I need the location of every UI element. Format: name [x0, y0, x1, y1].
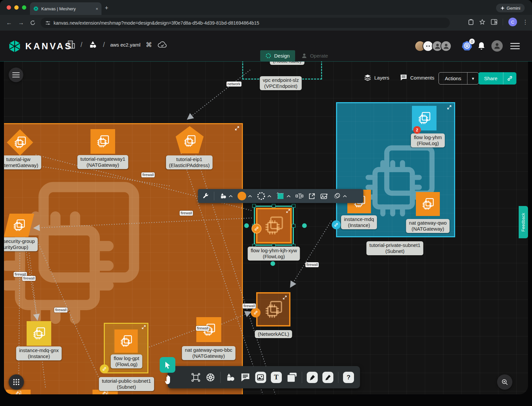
bookmark-star-icon[interactable]: [479, 19, 485, 25]
url-bar[interactable]: kanvas.new/extension/meshmap?mode=design…: [41, 18, 450, 28]
traffic-close-button[interactable]: [7, 5, 11, 10]
new-tab-button[interactable]: +: [105, 5, 108, 12]
resize-handle[interactable]: [272, 204, 275, 208]
resize-handle[interactable]: [292, 204, 295, 208]
feedback-tab[interactable]: Feedback: [519, 206, 528, 238]
node-internet-gateway[interactable]: [8, 130, 32, 154]
configure-wrench-icon[interactable]: [203, 193, 209, 199]
notifications-bell-icon[interactable]: [477, 42, 485, 50]
gemini-button[interactable]: Gemini: [496, 4, 525, 12]
node-label-nat-gateway-bbc[interactable]: nat gateway-qwo-bbc(NATGateway): [182, 346, 236, 360]
node-label-route-table[interactable]: (RouteTable): [270, 62, 304, 65]
reload-button[interactable]: [30, 20, 36, 26]
connection-handle[interactable]: [251, 308, 261, 317]
tab-operate[interactable]: Operate: [301, 53, 328, 59]
node-elastic-ip[interactable]: [176, 126, 204, 153]
node-flow-log-gpt[interactable]: [114, 329, 138, 353]
kubernetes-tool[interactable]: [205, 372, 216, 383]
node-label-internet-gateway[interactable]: tutorial-igw(InternetGateway): [4, 155, 41, 169]
node-label-private-subnet[interactable]: tutorial-private-subnet1(Subnet): [366, 241, 423, 255]
connection-handle[interactable]: [332, 220, 341, 229]
node-network-acl[interactable]: [256, 292, 290, 326]
node-partial[interactable]: [6, 390, 31, 394]
rename-icon[interactable]: [295, 193, 303, 199]
node-security-group[interactable]: [6, 213, 32, 238]
node-label-flow-log-selected[interactable]: flow log-yhm-kjh-xyw(FlowLog): [248, 247, 300, 261]
kanvas-logo-icon[interactable]: [8, 40, 21, 53]
browser-tab[interactable]: Kanvas | Meshery ×: [30, 2, 101, 15]
shapes-tool[interactable]: [225, 372, 236, 382]
pencil-tool[interactable]: [322, 372, 333, 383]
color-picker-button[interactable]: [238, 192, 252, 200]
grid-apps-button[interactable]: [9, 374, 24, 390]
help-button[interactable]: ?: [343, 372, 354, 383]
pan-tool[interactable]: [164, 374, 173, 386]
collapse-icon[interactable]: [142, 325, 146, 329]
collaborator-avatar[interactable]: [441, 41, 451, 52]
group-style-button[interactable]: [276, 192, 290, 200]
node-instance-gnx[interactable]: [27, 321, 51, 346]
node-label-instance-mdq[interactable]: instance-mdq(Instance): [341, 215, 377, 229]
select-tool[interactable]: [160, 357, 175, 373]
resize-handle[interactable]: [252, 204, 256, 208]
connection-handle[interactable]: [252, 224, 262, 234]
border-style-button[interactable]: [257, 192, 271, 200]
layers-button[interactable]: Layers: [364, 74, 389, 81]
design-canvas[interactable]: Layers Comments Actions ▼ Share (RouteTa…: [4, 62, 528, 394]
designs-icon[interactable]: [88, 40, 98, 49]
actions-button[interactable]: Actions ▼: [439, 72, 479, 85]
collapse-icon[interactable]: [235, 126, 239, 130]
node-label-vpc-endpoint[interactable]: vpc endpoint-slz(VPCEndpoint): [260, 76, 302, 90]
canvas-menu-button[interactable]: [9, 68, 23, 82]
actions-caret-icon[interactable]: ▼: [467, 77, 478, 81]
notification-count-badge[interactable]: 2: [413, 126, 421, 134]
open-in-new-icon[interactable]: [308, 193, 315, 200]
back-button[interactable]: ←: [6, 19, 12, 26]
organization-icon[interactable]: [67, 40, 75, 50]
node-label-nat-gateway-qwo[interactable]: nat gateway-qwo(NATGateway): [406, 219, 449, 233]
traffic-zoom-button[interactable]: [22, 5, 26, 10]
image-tool[interactable]: [255, 372, 266, 383]
meshsync-tool[interactable]: [191, 373, 201, 382]
node-label-security-group[interactable]: tutorial-security-group(SecurityGroup): [4, 237, 38, 251]
user-avatar-button[interactable]: [491, 40, 503, 52]
command-shortcut-icon[interactable]: ⌘: [146, 41, 152, 49]
kanvas-logo-text[interactable]: KANVAS: [25, 41, 73, 52]
forward-button[interactable]: →: [18, 19, 24, 26]
node-nat-gateway-1[interactable]: [90, 129, 115, 154]
collapse-icon[interactable]: [286, 209, 290, 213]
node-nat-gateway-qwo[interactable]: [416, 192, 440, 216]
add-image-icon[interactable]: [320, 193, 328, 200]
collapse-icon[interactable]: [283, 296, 287, 300]
pen-tool[interactable]: [307, 372, 318, 383]
node-label-flow-log-gpt[interactable]: flow log-gpt(FlowLog): [111, 354, 142, 368]
node-label-public-subnet[interactable]: tutorial-public-subnet1(Subnet): [99, 377, 154, 391]
design-file-name[interactable]: aws ec2.yaml: [110, 42, 140, 48]
node-label-flow-log-yhm[interactable]: flow log-yhm(FlowLog): [411, 133, 445, 147]
save-icon[interactable]: [468, 19, 474, 25]
traffic-minimize-button[interactable]: [14, 5, 19, 10]
collapse-icon[interactable]: [447, 105, 451, 109]
text-tool[interactable]: T: [271, 372, 282, 383]
resize-handle[interactable]: [292, 224, 295, 228]
node-label-instance-gnx[interactable]: instance-mdq-gnx(Instance): [16, 346, 62, 360]
profile-avatar[interactable]: C: [508, 18, 517, 26]
node-label-nat-gateway-1[interactable]: tutorial-natgateway1(NATGateway): [77, 155, 128, 169]
reading-mode-icon[interactable]: [491, 19, 497, 25]
zoom-button[interactable]: [497, 374, 512, 390]
share-button[interactable]: Share: [478, 72, 516, 85]
shapes-menu-button[interactable]: [219, 192, 233, 200]
k8s-context-switcher[interactable]: 0: [462, 41, 472, 52]
tab-close-icon[interactable]: ×: [95, 6, 98, 11]
node-label-network-acl[interactable]: (NetworkACL): [255, 330, 292, 338]
hamburger-menu-icon[interactable]: [510, 43, 520, 50]
note-tool[interactable]: [286, 372, 297, 383]
site-settings-icon[interactable]: [45, 20, 51, 26]
node-label-elastic-ip[interactable]: tutorial-eip1(ElasticIPAddress): [166, 155, 213, 169]
comments-button[interactable]: Comments: [400, 74, 435, 81]
browser-menu-icon[interactable]: ⋮: [522, 19, 528, 26]
connection-handle[interactable]: [100, 364, 109, 373]
tab-design[interactable]: Design: [260, 50, 295, 61]
comment-tool[interactable]: [240, 372, 251, 382]
lasso-button[interactable]: [333, 192, 347, 200]
